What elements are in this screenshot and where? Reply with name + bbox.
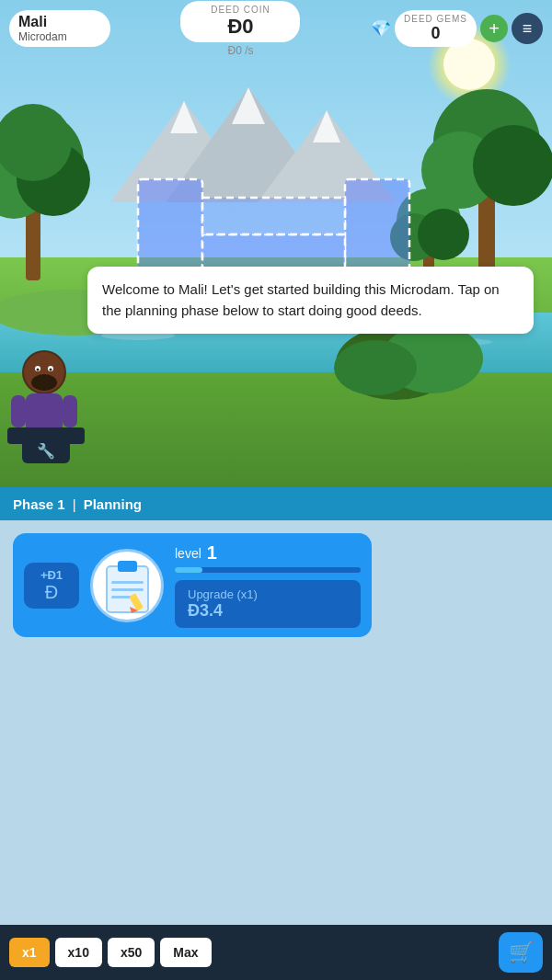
location-sub: Microdam [18,30,98,43]
svg-point-28 [418,209,469,260]
svg-rect-55 [111,581,144,584]
phase-divider: | [73,496,76,512]
level-bar [175,567,361,573]
upgrade-btn-cost: Ð3.4 [188,601,348,621]
speech-text: Welcome to Mali! Let's get started build… [102,281,500,318]
svg-point-45 [50,369,52,371]
svg-rect-48 [11,395,26,427]
coin-earn: +Ð1 Ð [24,563,79,609]
svg-rect-56 [111,588,144,591]
multiplier-x1-button[interactable]: x1 [9,938,50,967]
phase-bar[interactable]: Phase 1 | Planning [0,487,552,520]
level-label: level [175,546,201,561]
svg-rect-54 [118,561,137,572]
phase-label: Phase 1 [13,496,65,512]
deed-coin-box: DEED COIN Ð0 [180,1,300,42]
multiplier-x50-button[interactable]: x50 [108,938,155,967]
upgrade-btn-label: Upgrade (x1) [188,587,348,601]
deed-coin-rate: Ð0 /s [227,44,253,57]
upgrade-button[interactable]: Upgrade (x1) Ð3.4 [175,580,361,628]
gems-box: DEED GEMS 0 [395,10,477,47]
location-badge: Mali Microdam [9,10,110,47]
earn-coin-icon: Ð [45,582,58,603]
gems-label: DEED GEMS [404,14,467,24]
cart-icon: 🛒 [509,940,534,964]
svg-text:🔧: 🔧 [37,442,55,460]
speech-bubble: Welcome to Mali! Let's get started build… [87,267,534,334]
level-bar-fill [175,567,202,573]
level-number: 1 [207,542,217,564]
svg-rect-38 [202,198,345,234]
upgrade-icon-circle [90,549,164,622]
deed-coin-area: DEED COIN Ð0 Ð0 /s [118,1,363,57]
planning-icon [98,555,157,615]
level-row: level 1 [175,542,361,564]
upgrade-info: level 1 Upgrade (x1) Ð3.4 [175,542,361,628]
deed-coin-label: DEED COIN [199,5,282,15]
svg-rect-49 [63,395,77,427]
gem-icon: 💎 [371,18,391,39]
deed-coin-value: Ð0 [199,15,282,39]
game-scene: 🔧 Welcome to Mali! Let's get started bui… [0,0,552,487]
location-name: Mali [18,14,98,30]
menu-button[interactable]: ≡ [512,13,543,44]
add-gems-button[interactable]: + [480,15,508,42]
multiplier-x10-button[interactable]: x10 [55,938,102,967]
earn-label: +Ð1 [40,568,63,582]
svg-point-46 [31,374,57,391]
gems-value: 0 [431,24,440,43]
cart-button[interactable]: 🛒 [499,932,543,973]
upgrade-card[interactable]: +Ð1 Ð level 1 [13,533,372,637]
bottom-bar: x1 x10 x50 Max 🛒 [0,925,552,980]
header: Mali Microdam DEED COIN Ð0 Ð0 /s 💎 DEED … [0,0,552,57]
svg-point-44 [37,369,40,371]
phase-name: Planning [84,496,142,512]
svg-point-31 [334,340,417,395]
svg-point-24 [473,125,552,206]
multiplier-max-button[interactable]: Max [160,938,211,967]
phase-content: +Ð1 Ð level 1 [0,520,552,925]
gems-area: 💎 DEED GEMS 0 + ≡ [371,10,543,47]
